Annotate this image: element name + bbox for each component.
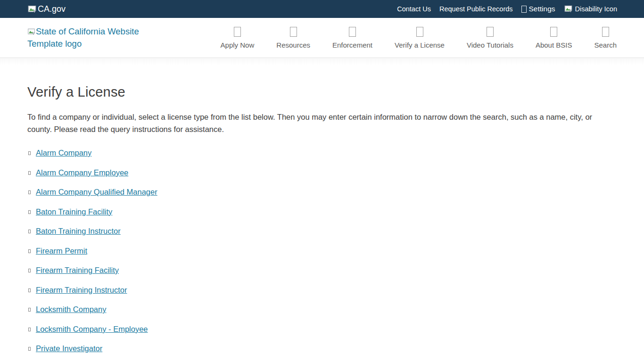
- list-item: Firearm Training Facility: [28, 266, 617, 275]
- nav-item-apply-now[interactable]: Apply Now: [221, 27, 255, 49]
- intro-text: To find a company or individual, select …: [27, 111, 606, 135]
- bullet-icon: [28, 288, 31, 292]
- bullet-icon: [28, 171, 31, 175]
- settings-button[interactable]: Settings: [521, 5, 555, 13]
- list-item: Alarm Company: [28, 148, 617, 157]
- request-public-records-link[interactable]: Request Public Records: [439, 5, 513, 13]
- main-header: State of California Website Template log…: [0, 18, 644, 58]
- utility-links: Contact Us Request Public Records Settin…: [397, 5, 617, 13]
- bullet-icon: [28, 151, 31, 155]
- list-item: Baton Training Instructor: [28, 227, 617, 236]
- header-shadow: [0, 58, 644, 65]
- broken-image-icon: [27, 5, 37, 13]
- license-link-baton-training-facility[interactable]: Baton Training Facility: [36, 207, 112, 216]
- bullet-icon: [28, 210, 31, 214]
- list-item: Alarm Company Qualified Manager: [28, 188, 617, 197]
- nav-item-about-bsis[interactable]: About BSIS: [536, 27, 572, 49]
- license-link-locksmith-company[interactable]: Locksmith Company: [36, 305, 106, 314]
- bullet-icon: [28, 249, 31, 253]
- nav-item-enforcement[interactable]: Enforcement: [332, 27, 372, 49]
- list-item: Firearm Permit: [28, 247, 617, 255]
- video-tutorials-icon: [487, 27, 494, 37]
- bullet-icon: [28, 308, 31, 312]
- list-item: Locksmith Company: [28, 305, 617, 314]
- bullet-icon: [28, 269, 31, 272]
- enforcement-icon: [349, 27, 356, 37]
- license-link-alarm-company-employee[interactable]: Alarm Company Employee: [36, 168, 128, 177]
- ca-gov-logo-text: CA.gov: [38, 4, 66, 14]
- resources-icon: [290, 27, 297, 37]
- bullet-icon: [28, 230, 31, 233]
- license-link-private-investigator[interactable]: Private Investigator: [36, 344, 102, 353]
- ca-gov-logo[interactable]: CA.gov: [27, 4, 66, 14]
- bullet-icon: [28, 328, 31, 331]
- site-logo[interactable]: State of California Website Template log…: [27, 25, 174, 50]
- utility-header: CA.gov Contact Us Request Public Records…: [0, 0, 644, 18]
- broken-image-icon: [564, 5, 573, 13]
- nav-item-resources[interactable]: Resources: [276, 27, 310, 49]
- license-link-firearm-training-facility[interactable]: Firearm Training Facility: [36, 266, 119, 275]
- license-link-alarm-company[interactable]: Alarm Company: [36, 148, 91, 157]
- list-item: Baton Training Facility: [28, 207, 617, 216]
- nav-item-video-tutorials[interactable]: Video Tutorials: [467, 27, 513, 49]
- license-link-alarm-company-qualified-manager[interactable]: Alarm Company Qualified Manager: [36, 188, 157, 197]
- list-item: Private Investigator: [28, 344, 617, 353]
- apply-now-icon: [234, 27, 241, 37]
- contact-us-link[interactable]: Contact Us: [397, 5, 431, 13]
- about-bsis-icon: [550, 27, 557, 37]
- list-item: Firearm Training Instructor: [28, 286, 617, 295]
- license-link-baton-training-instructor[interactable]: Baton Training Instructor: [36, 227, 121, 236]
- settings-icon: [521, 6, 527, 13]
- nav-item-verify-a-license[interactable]: Verify a License: [395, 27, 445, 49]
- main-content: Verify a License To find a company or in…: [0, 84, 644, 362]
- list-item: Locksmith Company - Employee: [28, 325, 617, 334]
- site-logo-text: State of California Website Template log…: [27, 26, 139, 49]
- license-link-firearm-training-instructor[interactable]: Firearm Training Instructor: [36, 286, 127, 295]
- broken-image-icon: [27, 28, 35, 35]
- bullet-icon: [28, 347, 31, 351]
- bullet-icon: [28, 190, 31, 194]
- page-title: Verify a License: [27, 84, 617, 100]
- nav-item-search[interactable]: Search: [594, 27, 617, 49]
- verify-license-icon: [416, 27, 423, 37]
- license-type-list: Alarm Company Alarm Company Employee Ala…: [27, 148, 617, 362]
- license-link-locksmith-company-employee[interactable]: Locksmith Company - Employee: [36, 325, 148, 334]
- list-item: Alarm Company Employee: [28, 168, 617, 177]
- disability-access-link[interactable]: Disability Icon: [564, 5, 617, 13]
- primary-navigation: Apply Now Resources Enforcement Verify a…: [221, 27, 617, 49]
- search-icon: [602, 27, 609, 37]
- license-link-firearm-permit[interactable]: Firearm Permit: [36, 247, 87, 255]
